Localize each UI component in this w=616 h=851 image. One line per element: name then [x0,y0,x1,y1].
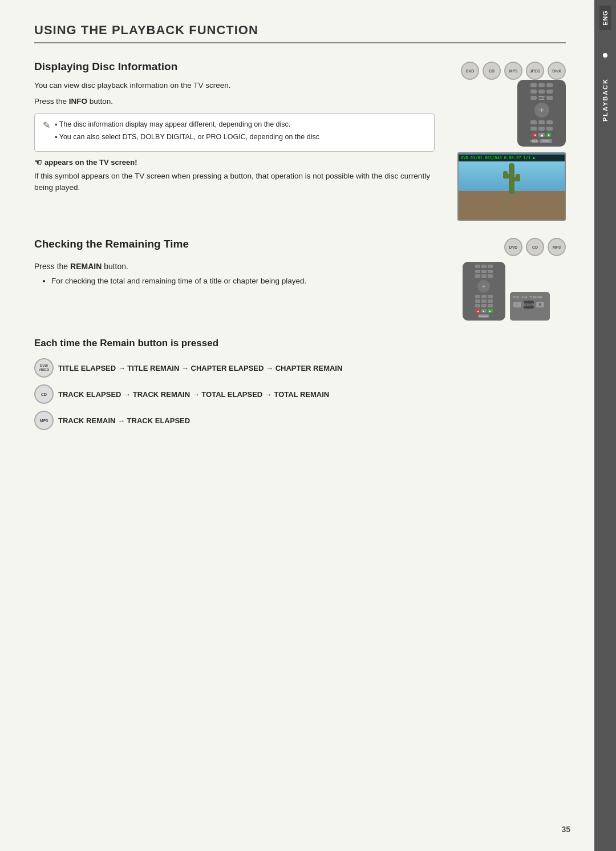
seq-dvd-icon: DVD/VIDEO [34,358,54,378]
section2-header: Checking the Remaining Time DVD CD MP3 [34,238,566,256]
note-box: ✎ The disc information display may appea… [34,114,435,152]
section-remaining-time: Checking the Remaining Time DVD CD MP3 P… [34,238,566,321]
dvd-icon: DVD [461,62,479,80]
sequence-dvd-text: TITLE ELAPSED → TITLE REMAIN → CHAPTER E… [58,364,342,372]
section2-text: Press the REMAIN button. For checking th… [34,262,435,321]
section1-disc-icons: DVD CD MP3 JPEG DivX [461,62,566,80]
main-content: USING THE PLAYBACK FUNCTION Displaying D… [0,0,594,460]
section2-dvd-icon: DVD [504,238,522,256]
sidebar-dot [603,53,607,58]
tv-info-bar: DVD 01/01 001/040 0:00:37 1/1 ▶ [459,155,565,161]
section-each-time: Each time the Remain button is pressed D… [34,338,566,430]
note-content: The disc information display may appear … [55,120,319,145]
sidebar-section-label: PLAYBACK [602,78,609,121]
section2-title: Checking the Remaining Time [34,238,189,250]
sidebar-lang: ENG [599,6,611,30]
section2-press: Press the REMAIN button. [34,262,435,271]
jpeg-icon: JPEG [526,62,544,80]
page-number: 35 [561,825,570,834]
cd-icon: CD [483,62,501,80]
remote-control-2: ✛ [463,262,505,321]
sequence-cd-text: TRACK ELAPSED → TRACK REMAIN → TOTAL ELA… [58,390,329,399]
sequence-row-dvd: DVD/VIDEO TITLE ELAPSED → TITLE REMAIN →… [34,358,566,378]
section1-press: Press the INFO button. [34,96,435,107]
section1-body: You can view disc playback information o… [34,80,566,221]
appears-title: ☜ appears on the TV screen! [34,157,435,168]
mp3-icon: MP3 [504,62,522,80]
section2-cd-icon: CD [526,238,544,256]
section3-title: Each time the Remain button is pressed [34,338,566,349]
svg-rect-2 [503,171,508,179]
chapter-title: USING THE PLAYBACK FUNCTION [34,23,566,43]
section1-header: Displaying Disc Information DVD CD MP3 J… [34,60,566,80]
note-item-1: The disc information display may appear … [55,120,319,130]
section-displaying-disc: Displaying Disc Information DVD CD MP3 J… [34,60,566,221]
section2-mp3-icon: MP3 [548,238,566,256]
sequence-mp3-text: TRACK REMAIN → TRACK ELAPSED [58,416,190,425]
seq-mp3-icon: MP3 [34,411,54,430]
seq-cd-icon: CD [34,384,54,404]
section1-text: You can view disc playback information o… [34,80,435,221]
svg-point-5 [509,163,514,168]
sequence-row-cd: CD TRACK ELAPSED → TRACK REMAIN → TOTAL … [34,384,566,404]
section1-title: Displaying Disc Information [34,60,177,73]
hand-icon: ☜ [34,157,42,168]
section2-disc-icons: DVD CD MP3 [504,238,566,256]
section1-intro: You can view disc playback information o… [34,80,435,91]
tv-screen-image: DVD 01/01 001/040 0:00:37 1/1 ▶ [457,152,566,221]
sequence-row-mp3: MP3 TRACK REMAIN → TRACK ELAPSED [34,411,566,430]
note-icon: ✎ [43,120,50,145]
section2-images: ✛ [446,262,566,321]
section2-body: Press the REMAIN button. For checking th… [34,262,566,321]
volume-panel: VOL CH TUNING − REMAIN ∨ [510,292,550,321]
section2-bullet: For checking the total and remaining tim… [51,275,435,287]
remote-control-1: INFO ✛ [517,80,566,147]
svg-rect-4 [516,174,520,181]
appears-box: ☜ appears on the TV screen! If this symb… [34,157,435,194]
appears-text: If this symbol appears on the TV screen … [34,171,435,194]
section1-images: INFO ✛ [446,80,566,221]
sidebar: ENG PLAYBACK [594,0,616,851]
divx-icon: DivX [548,62,566,80]
note-item-2: You can also select DTS, DOLBY DIGITAL, … [55,132,319,143]
